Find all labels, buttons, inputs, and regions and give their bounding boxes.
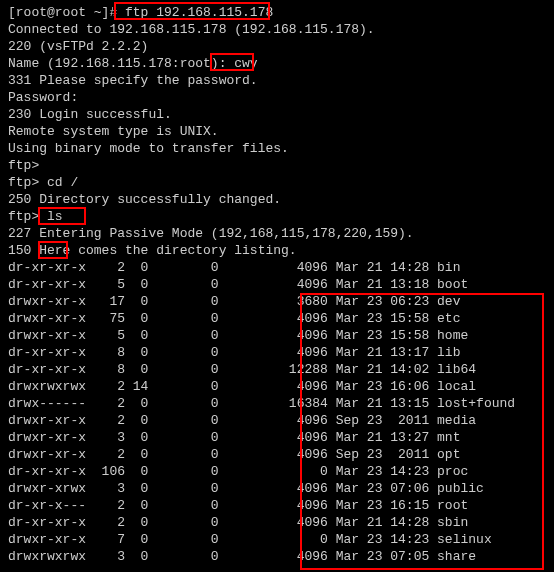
listing-row: drwxr-xr-x 75 0 0 4096 Mar 23 15:58 etc [8,310,546,327]
listing-row: drwxrwxrwx 2 14 0 4096 Mar 23 16:06 loca… [8,378,546,395]
terminal-line: Connected to 192.168.115.178 (192.168.11… [8,21,546,38]
cmd-ftp: [root@root ~]# ftp 192.168.115.178 [8,4,546,21]
listing-row: drwxr-xrwx 3 0 0 4096 Mar 23 07:06 publi… [8,480,546,497]
terminal-line: 331 Please specify the password. [8,72,546,89]
listing-row: dr-xr-xr-x 106 0 0 0 Mar 23 14:23 proc [8,463,546,480]
listing-row: dr-xr-xr-x 5 0 0 4096 Mar 21 13:18 boot [8,276,546,293]
listing-row: drwxr-xr-x 17 0 0 3680 Mar 23 06:23 dev [8,293,546,310]
ftp-prompt: ftp> [8,157,546,174]
terminal-line: Remote system type is UNIX. [8,123,546,140]
terminal-line: Password: [8,89,546,106]
listing-row: dr-xr-x--- 2 0 0 4096 Mar 23 16:15 root [8,497,546,514]
terminal-line: 227 Entering Passive Mode (192,168,115,1… [8,225,546,242]
terminal-line: 220 (vsFTPd 2.2.2) [8,38,546,55]
cmd-ls: ftp> ls [8,208,546,225]
listing-row: drwxrwxrwx 3 0 0 4096 Mar 23 07:05 share [8,548,546,565]
listing-row: dr-xr-xr-x 8 0 0 12288 Mar 21 14:02 lib6… [8,361,546,378]
terminal-line: 250 Directory successfully changed. [8,191,546,208]
listing-row: drwxr-xr-x 2 0 0 4096 Sep 23 2011 media [8,412,546,429]
login-name: Name (192.168.115.178:root): cwy [8,55,546,72]
listing-row: dr-xr-xr-x 2 0 0 4096 Mar 21 14:28 bin [8,259,546,276]
listing-row: drwxr-xr-x 2 0 0 4096 Sep 23 2011 opt [8,446,546,463]
terminal-line: 230 Login successful. [8,106,546,123]
terminal-output[interactable]: [root@root ~]# ftp 192.168.115.178Connec… [8,4,546,565]
cmd-cd: ftp> cd / [8,174,546,191]
listing-row: drwx------ 2 0 0 16384 Mar 21 13:15 lost… [8,395,546,412]
listing-row: dr-xr-xr-x 2 0 0 4096 Mar 21 14:28 sbin [8,514,546,531]
terminal-line: Using binary mode to transfer files. [8,140,546,157]
listing-row: drwxr-xr-x 7 0 0 0 Mar 23 14:23 selinux [8,531,546,548]
listing-row: dr-xr-xr-x 8 0 0 4096 Mar 21 13:17 lib [8,344,546,361]
listing-row: drwxr-xr-x 3 0 0 4096 Mar 21 13:27 mnt [8,429,546,446]
terminal-line: 150 Here comes the directory listing. [8,242,546,259]
listing-row: drwxr-xr-x 5 0 0 4096 Mar 23 15:58 home [8,327,546,344]
